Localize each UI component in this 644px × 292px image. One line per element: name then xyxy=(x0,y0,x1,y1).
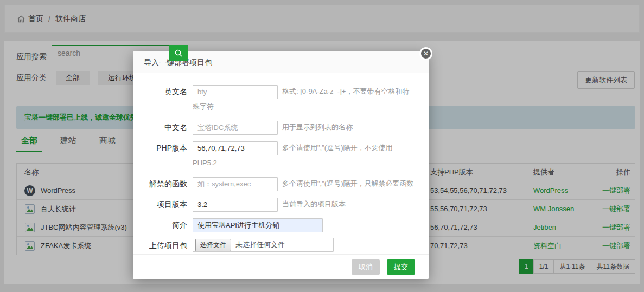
modal-body: 英文名格式: [0-9A-Za-z_-]+，不要带有空格和特殊字符中文名用于显示… xyxy=(133,73,429,265)
close-icon[interactable]: ✕ xyxy=(419,47,432,60)
input-description[interactable] xyxy=(193,218,323,232)
field-label-english-name: 英文名 xyxy=(133,84,193,114)
choose-file-button[interactable]: 选择文件 xyxy=(195,239,231,251)
input-php-versions[interactable] xyxy=(193,141,278,155)
file-status: 未选择任何文件 xyxy=(235,237,285,252)
field-label-php-versions: PHP版本 xyxy=(133,140,193,171)
input-unban-functions[interactable] xyxy=(193,177,278,191)
cancel-button[interactable]: 取消 xyxy=(352,259,380,275)
input-english-name[interactable] xyxy=(193,85,278,99)
modal-footer: 取消 提交 xyxy=(133,254,429,279)
submit-button[interactable]: 提交 xyxy=(387,259,415,275)
form-row-project-version: 项目版本当前导入的项目版本 xyxy=(133,197,429,212)
field-label-description: 简介 xyxy=(133,217,193,232)
form-row-description: 简介 xyxy=(133,217,429,232)
form-row-unban-functions: 解禁的函数多个请使用","(逗号)隔开，只解禁必要函数 xyxy=(133,176,429,191)
import-project-modal: 导入一键部署项目包 ✕ 英文名格式: [0-9A-Za-z_-]+，不要带有空格… xyxy=(133,51,429,279)
file-input-upload-package[interactable]: 选择文件未选择任何文件 xyxy=(193,238,334,252)
form-row-chinese-name: 中文名用于显示到列表的名称 xyxy=(133,120,429,135)
field-hint-unban-functions: 多个请使用","(逗号)隔开，只解禁必要函数 xyxy=(282,179,414,187)
field-hint-chinese-name: 用于显示到列表的名称 xyxy=(282,123,353,131)
field-label-chinese-name: 中文名 xyxy=(133,120,193,135)
field-label-project-version: 项目版本 xyxy=(133,197,193,212)
form-row-php-versions: PHP版本多个请使用","(逗号)隔开，不要使用PHP5.2 xyxy=(133,140,429,171)
field-label-unban-functions: 解禁的函数 xyxy=(133,176,193,191)
search-button[interactable] xyxy=(169,45,188,61)
form-row-english-name: 英文名格式: [0-9A-Za-z_-]+，不要带有空格和特殊字符 xyxy=(133,84,429,114)
input-chinese-name[interactable] xyxy=(193,121,278,135)
search-icon xyxy=(174,49,183,57)
input-project-version[interactable] xyxy=(193,198,278,212)
field-hint-project-version: 当前导入的项目版本 xyxy=(282,200,346,208)
